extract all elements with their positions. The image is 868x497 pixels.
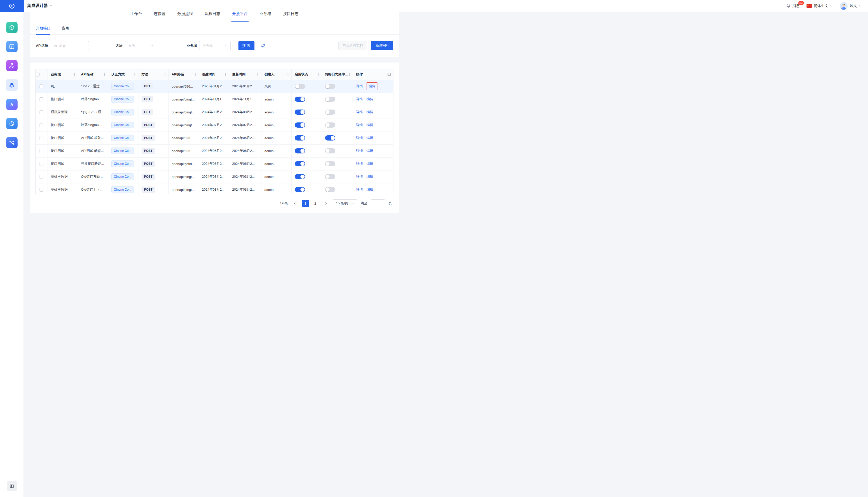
column-header-updated[interactable]: 更新时间⋮ [229, 69, 261, 80]
domain-select[interactable]: 业务域 [199, 41, 231, 51]
sidebar-item-dashboard[interactable] [6, 41, 17, 52]
row-checkbox[interactable] [40, 136, 43, 140]
auth-badge[interactable]: Oinone Co... [111, 96, 134, 102]
column-menu-icon[interactable]: ⋮ [256, 72, 260, 76]
column-header-domain[interactable]: 业务域⋮ [47, 69, 78, 80]
enabled-toggle[interactable] [295, 148, 305, 154]
ignore-log-toggle[interactable] [325, 174, 335, 179]
page-button-2[interactable]: 2 [312, 200, 319, 207]
jump-input[interactable] [371, 199, 385, 207]
auth-badge[interactable]: Oinone Co... [111, 122, 134, 128]
select-all-checkbox[interactable] [35, 73, 40, 76]
row-checkbox[interactable] [40, 123, 43, 127]
app-logo[interactable] [0, 0, 24, 12]
add-api-button[interactable]: 新增API [371, 41, 393, 51]
column-menu-icon[interactable]: ⋮ [163, 72, 167, 76]
row-checkbox[interactable] [40, 149, 43, 153]
ignore-log-toggle[interactable] [325, 110, 335, 115]
prev-page-button[interactable] [291, 200, 298, 207]
sidebar-item-designer[interactable] [6, 22, 17, 33]
next-page-button[interactable] [322, 200, 329, 207]
auth-badge[interactable]: Oinone Co... [111, 186, 134, 193]
column-settings-icon[interactable] [387, 72, 391, 76]
column-menu-icon[interactable]: ⋮ [133, 72, 137, 76]
row-checkbox[interactable] [40, 175, 43, 179]
row-checkbox[interactable] [40, 84, 43, 88]
row-checkbox[interactable] [40, 188, 43, 192]
edit-link[interactable]: 编辑 [367, 123, 373, 127]
edit-link[interactable]: 编辑 [367, 97, 373, 101]
sidebar-item-analytics[interactable] [6, 118, 17, 129]
sidebar-item-org[interactable] [6, 60, 17, 71]
api-name-input[interactable] [51, 41, 89, 51]
column-header-creator[interactable]: 创建人⋮ [261, 69, 291, 80]
sidebar-item-flow[interactable] [6, 137, 17, 148]
detail-link[interactable]: 详情 [356, 136, 363, 140]
page-button-1[interactable]: 1 [302, 200, 309, 207]
column-menu-icon[interactable]: ⋮ [103, 72, 106, 76]
enabled-toggle[interactable] [295, 123, 305, 128]
ignore-log-toggle[interactable] [325, 187, 335, 192]
auth-badge[interactable]: Oinone Co... [111, 160, 134, 167]
edit-link[interactable]: 编辑 [367, 110, 373, 114]
edit-link[interactable]: 编辑 [367, 175, 373, 179]
row-checkbox[interactable] [40, 162, 43, 166]
edit-link[interactable]: 编辑 [367, 149, 373, 153]
page-size-select[interactable]: 15 条/页 [333, 199, 357, 207]
column-menu-icon[interactable]: ⋮ [224, 72, 227, 76]
detail-link[interactable]: 详情 [356, 175, 363, 179]
export-api-doc-button[interactable]: 导出API文档 [338, 41, 368, 51]
detail-link[interactable]: 详情 [356, 110, 363, 114]
enabled-toggle[interactable] [295, 97, 305, 102]
ignore-log-toggle[interactable] [325, 161, 335, 166]
row-checkbox[interactable] [40, 97, 43, 101]
row-checkbox[interactable] [40, 110, 43, 114]
enabled-toggle[interactable] [295, 174, 305, 179]
column-menu-icon[interactable]: ⋮ [73, 72, 76, 76]
ignore-log-toggle[interactable] [325, 136, 335, 141]
auth-badge[interactable]: Oinone Co... [111, 83, 134, 90]
column-header-ignore-log[interactable]: 忽略日志频率...⋮ [322, 69, 353, 80]
column-menu-icon[interactable]: ⋮ [286, 72, 290, 76]
auth-badge[interactable]: Oinone Co... [111, 147, 134, 154]
column-header-auth[interactable]: 认证方式⋮ [108, 69, 138, 80]
detail-link[interactable]: 详情 [356, 162, 363, 166]
enabled-toggle[interactable] [295, 161, 305, 166]
detail-link[interactable]: 详情 [356, 187, 363, 191]
column-header-created[interactable]: 创建时间⋮ [199, 69, 229, 80]
enabled-toggle[interactable] [295, 187, 305, 192]
clear-filters-icon[interactable] [261, 43, 266, 48]
column-header-api-name[interactable]: API名称⋮ [78, 69, 108, 80]
enabled-toggle[interactable] [295, 110, 305, 115]
ignore-log-toggle[interactable] [325, 148, 335, 154]
auth-badge[interactable]: Oinone Co... [111, 134, 134, 141]
enabled-toggle[interactable] [295, 136, 305, 141]
ignore-log-toggle[interactable] [325, 123, 335, 128]
detail-link[interactable]: 详情 [356, 149, 363, 153]
app-title-menu[interactable]: 集成设计器 [27, 3, 53, 9]
search-button[interactable]: 搜 索 [239, 41, 254, 51]
auth-badge[interactable]: Oinone Co... [111, 173, 134, 180]
column-menu-icon[interactable]: ⋮ [194, 72, 197, 76]
column-header-method[interactable]: 方法⋮ [138, 69, 168, 80]
column-menu-icon[interactable]: ⋮ [317, 72, 320, 76]
column-menu-icon[interactable]: ⋮ [348, 72, 351, 76]
sidebar-item-ai[interactable]: A [6, 99, 17, 110]
method-select[interactable]: 方法 [125, 41, 156, 51]
detail-link[interactable]: 详情 [356, 97, 363, 101]
edit-link[interactable]: 编辑 [367, 136, 373, 140]
detail-link[interactable]: 详情 [356, 84, 363, 88]
ignore-log-toggle[interactable] [325, 84, 335, 89]
edit-link[interactable]: 编辑 [369, 84, 375, 88]
subtab-applications[interactable]: 应用 [62, 22, 69, 34]
sidebar-item-integration[interactable] [6, 79, 18, 91]
column-header-path[interactable]: API路径⋮ [168, 69, 199, 80]
enabled-toggle[interactable] [295, 84, 305, 89]
subtab-open-api[interactable]: 开放接口 [36, 22, 51, 34]
ignore-log-toggle[interactable] [325, 97, 335, 102]
edit-link[interactable]: 编辑 [367, 162, 373, 166]
column-header-enabled[interactable]: 启用状态⋮ [291, 69, 322, 80]
auth-badge[interactable]: Oinone Co... [111, 109, 134, 115]
edit-link[interactable]: 编辑 [367, 187, 373, 191]
column-header-actions[interactable]: 操作 [353, 69, 394, 80]
